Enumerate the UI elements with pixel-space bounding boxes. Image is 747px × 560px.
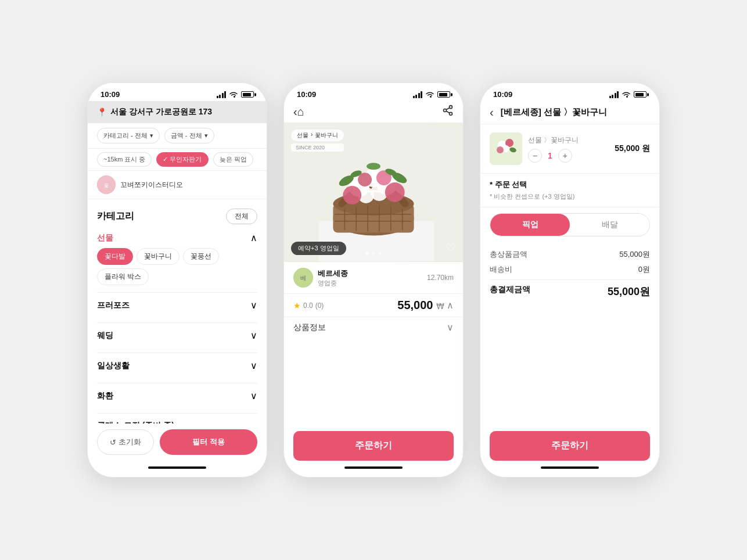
home-bar-line-1 [148, 466, 206, 469]
product-badges: 선물 › 꽃바구니 SINCE 2020 [291, 130, 344, 152]
badge-gift: 선물 [297, 131, 308, 139]
signal-icon-1 [217, 91, 227, 98]
dot-2 [372, 252, 375, 255]
svg-point-18 [385, 182, 405, 202]
chevron-up-icon: ∧ [250, 232, 257, 243]
tab-delivery[interactable]: 배달 [570, 214, 649, 236]
back-button-p3[interactable]: ‹ [490, 106, 494, 119]
category-filter[interactable]: 카테고리 - 전체 ▾ [97, 128, 160, 143]
section-wreath-header[interactable]: 화환 ∨ [97, 390, 257, 401]
status-icons-1 [217, 91, 254, 98]
back-button-p2[interactable]: ‹ [293, 105, 297, 119]
info-row: 상품정보 ∨ [284, 317, 463, 338]
price-detail-section: 총상품금액 55,000원 배송비 0원 총결제금액 55,000원 [480, 242, 659, 431]
tag-late-pickup[interactable]: 늦은 픽업 [213, 152, 253, 167]
shop-left: 베 베르세종 영업중 [293, 268, 348, 288]
location-icon: 📍 [97, 107, 107, 117]
total-product-row: 총상품금액 55,000원 [490, 249, 650, 260]
signal-icon-3 [609, 91, 619, 98]
all-button[interactable]: 전체 [226, 209, 257, 224]
section-wreath: 화환 ∨ [97, 390, 257, 414]
section-propose-header[interactable]: 프러포즈 ∨ [97, 300, 257, 311]
section-daily-title: 일상생활 [97, 361, 130, 371]
apply-button[interactable]: 필터 적용 [160, 429, 257, 455]
product-category-p3: 선물 〉꽃바구니 [528, 135, 609, 145]
category-badge: 선물 › 꽃바구니 [291, 130, 344, 141]
badge-basket: 꽃바구니 [315, 131, 338, 139]
grand-total-value: 55,000원 [608, 285, 650, 299]
category-filter-label: 카테고리 - 전체 [103, 131, 148, 140]
svg-point-23 [367, 163, 380, 170]
section-wedding-header[interactable]: 웨딩 ∨ [97, 330, 257, 341]
info-label: 상품정보 [293, 322, 326, 333]
qty-value: 1 [548, 151, 552, 160]
section-daily-header[interactable]: 일상생활 ∨ [97, 360, 257, 371]
grand-total-row: 총결제금액 55,000원 [490, 279, 650, 299]
subtag-balloon[interactable]: 꽃풍선 [183, 248, 219, 265]
image-dots [365, 252, 382, 255]
wifi-icon-3 [622, 91, 631, 98]
tag-distance[interactable]: ~15km 표시 중 [97, 152, 152, 167]
shop-avatar: 꽃 [97, 175, 116, 194]
qty-increase-button[interactable]: + [558, 149, 572, 163]
status-bar-1: 10:09 [88, 83, 267, 101]
home-bar-1 [88, 461, 267, 477]
shipping-label: 배송비 [490, 264, 512, 275]
subtag-basket[interactable]: 꽃바구니 [137, 248, 179, 265]
shipping-row: 배송비 0원 [490, 264, 650, 275]
status-icons-2 [413, 91, 451, 98]
home-button-p2[interactable]: ⌂ [297, 105, 304, 119]
order-button-p3[interactable]: 주문하기 [490, 431, 650, 461]
reset-button[interactable]: ↺ 초기화 [97, 429, 154, 455]
svg-text:꽃: 꽃 [104, 183, 109, 188]
section-wedding: 웨딩 ∨ [97, 330, 257, 353]
p2-nav: ‹ ⌂ [284, 101, 463, 123]
delivery-tabs: 픽업 배달 [490, 213, 650, 236]
order-button-p2[interactable]: 주문하기 [293, 431, 454, 461]
section-propose-title: 프러포즈 [97, 300, 130, 311]
shop-name-p2: 베르세종 [318, 268, 348, 279]
subtag-bouquet[interactable]: 꽃다발 [97, 248, 133, 265]
time-2: 10:09 [297, 90, 316, 99]
shop-status-p2: 영업중 [318, 279, 348, 288]
section-gift: 선물 ∧ 꽃다발 꽃바구니 꽃풍선 플라워 박스 [97, 232, 257, 293]
home-bar-2 [284, 461, 463, 477]
phone-1: 10:09 📍 [87, 82, 267, 478]
wifi-icon-1 [229, 91, 238, 98]
battery-icon-1 [241, 91, 254, 98]
chevron-down-icon-daily: ∨ [250, 360, 257, 371]
p3-nav: ‹ [베르세종] 선물 〉꽃바구니 [480, 101, 659, 124]
product-thumbnail [490, 132, 522, 165]
bottom-buttons: ↺ 초기화 필터 적용 [88, 423, 267, 461]
total-product-value: 55,000원 [619, 249, 650, 260]
tag-vending[interactable]: ✓ 무인자판기 [156, 152, 208, 167]
phone2-content: ‹ ⌂ [284, 101, 463, 461]
tab-pickup[interactable]: 픽업 [490, 214, 570, 236]
svg-line-5 [446, 111, 450, 113]
status-icons-3 [609, 91, 647, 98]
subtag-flowerbox[interactable]: 플라워 박스 [97, 268, 149, 285]
section-wreath-title: 화환 [97, 391, 113, 401]
order-note-title: * 주문 선택 [490, 180, 650, 190]
shop-avatar-p2: 베 [293, 268, 313, 288]
rating-row: ★ 0.0 (0) [293, 301, 324, 310]
heart-icon[interactable]: ♡ [446, 241, 456, 255]
product-row-p3: 선물 〉꽃바구니 − 1 + 55,000 원 [480, 124, 659, 174]
chevron-up-icon[interactable]: ∧ [447, 300, 454, 311]
price-row: ★ 0.0 (0) 55,000 ₩ ∧ [284, 294, 463, 317]
svg-point-17 [343, 186, 361, 204]
price-filter-label: 금액 - 전체 [171, 131, 202, 140]
share-button-p2[interactable] [442, 105, 454, 119]
product-info-p3: 선물 〉꽃바구니 − 1 + [528, 135, 609, 163]
section-wedding-title: 웨딩 [97, 331, 113, 341]
shipping-value: 0원 [638, 264, 650, 275]
qty-decrease-button[interactable]: − [528, 149, 542, 163]
price-filter[interactable]: 금액 - 전체 ▾ [164, 128, 214, 143]
location-text: 서울 강서구 가로공원로 173 [110, 107, 212, 117]
product-image: 선물 › 꽃바구니 SINCE 2020 예약+3 영업일 ♡ [284, 123, 463, 262]
chevron-down-icon-info[interactable]: ∨ [447, 322, 454, 333]
total-product-label: 총상품금액 [490, 249, 527, 260]
product-price: 55,000 ₩ [397, 299, 444, 312]
section-gift-header[interactable]: 선물 ∧ [97, 232, 257, 243]
qty-row: − 1 + [528, 149, 609, 163]
